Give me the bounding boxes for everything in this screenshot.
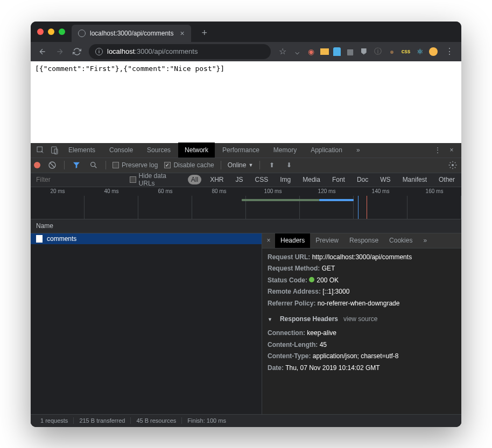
- tab-elements[interactable]: Elements: [62, 143, 102, 158]
- response-headers-section[interactable]: Response Headersview source: [268, 314, 456, 325]
- timeline-label: 20 ms: [31, 188, 85, 194]
- filter-doc[interactable]: Doc: [354, 175, 371, 184]
- more-detail-tabs[interactable]: »: [418, 233, 432, 248]
- info-extension-icon[interactable]: ⓘ: [373, 47, 383, 56]
- shield-icon[interactable]: ◉: [306, 47, 316, 56]
- extension-icon-2[interactable]: [333, 47, 341, 56]
- record-button[interactable]: [34, 162, 40, 168]
- css-extension-icon[interactable]: css: [401, 47, 411, 56]
- download-har-icon[interactable]: ⬇: [284, 160, 294, 170]
- network-timeline[interactable]: 20 ms 40 ms 60 ms 80 ms 100 ms 120 ms 14…: [31, 187, 461, 219]
- search-icon[interactable]: [88, 160, 99, 170]
- timeline-label: 140 ms: [354, 188, 407, 194]
- extension-icon-1[interactable]: [320, 48, 329, 55]
- filter-toggle-icon[interactable]: [71, 160, 82, 170]
- name-column-header[interactable]: Name: [31, 219, 461, 233]
- devtools-tabs: Elements Console Sources Network Perform…: [31, 143, 461, 158]
- browser-tab[interactable]: localhost:3000/api/comments ×: [72, 25, 191, 42]
- new-tab-button[interactable]: +: [202, 27, 208, 39]
- view-source-link[interactable]: view source: [343, 314, 377, 325]
- tab-console[interactable]: Console: [103, 143, 139, 158]
- tab-application[interactable]: Application: [304, 143, 349, 158]
- preserve-log-checkbox[interactable]: Preserve log: [113, 161, 158, 169]
- svg-point-5: [452, 164, 454, 166]
- filter-other[interactable]: Other: [435, 175, 458, 184]
- remote-address-label: Remote Address:: [268, 288, 321, 295]
- filter-input[interactable]: [34, 175, 119, 184]
- content-type-value: application/json; charset=utf-8: [313, 352, 399, 360]
- ublock-icon[interactable]: ⛊: [359, 47, 369, 56]
- settings-icon[interactable]: [447, 160, 458, 170]
- filter-media[interactable]: Media: [299, 175, 324, 184]
- network-toolbar: Preserve log Disable cache Online▼ ⬆ ⬇: [31, 158, 461, 173]
- more-tabs-button[interactable]: »: [350, 143, 367, 158]
- devtools-menu-button[interactable]: ⋮: [431, 144, 444, 157]
- detail-tab-headers[interactable]: Headers: [275, 233, 310, 248]
- detail-tab-response[interactable]: Response: [344, 233, 384, 248]
- request-detail-panel: × Headers Preview Response Cookies » Req…: [262, 233, 461, 414]
- request-url-label: Request URL:: [268, 253, 310, 261]
- window-controls: [37, 29, 65, 35]
- request-row[interactable]: comments: [31, 233, 262, 244]
- tab-network[interactable]: Network: [178, 143, 215, 158]
- svg-rect-1: [52, 147, 57, 153]
- hide-data-urls-checkbox[interactable]: Hide data URLs: [130, 172, 182, 187]
- url-path: :3000/api/comments: [135, 47, 198, 55]
- request-url-value: http://localhost:3000/api/comments: [312, 253, 412, 261]
- throttling-select[interactable]: Online▼: [228, 161, 254, 169]
- filter-manifest[interactable]: Manifest: [399, 175, 430, 184]
- request-name: comments: [47, 235, 76, 243]
- tab-title: localhost:3000/api/comments: [90, 30, 173, 37]
- referrer-policy-label: Referrer Policy:: [268, 300, 315, 307]
- close-detail-button[interactable]: ×: [262, 237, 275, 244]
- maximize-window-button[interactable]: [59, 29, 65, 35]
- filter-img[interactable]: Img: [277, 175, 294, 184]
- page-content[interactable]: [{"comment":"First"},{"comment":"Nice po…: [31, 61, 461, 143]
- timeline-label: 160 ms: [407, 188, 461, 194]
- forward-button[interactable]: [52, 44, 67, 59]
- element-picker-icon[interactable]: [34, 144, 47, 157]
- close-window-button[interactable]: [37, 29, 44, 35]
- timeline-label: 100 ms: [246, 188, 300, 194]
- filter-all[interactable]: All: [188, 175, 201, 184]
- bookmark-button[interactable]: ☆: [275, 44, 290, 59]
- status-requests: 1 requests: [35, 417, 74, 424]
- svg-point-4: [91, 162, 95, 167]
- detail-tab-cookies[interactable]: Cookies: [384, 233, 418, 248]
- filter-row: Hide data URLs All XHR JS CSS Img Media …: [31, 173, 461, 187]
- tab-sources[interactable]: Sources: [140, 143, 177, 158]
- address-bar[interactable]: i localhost:3000/api/comments: [89, 44, 271, 59]
- back-button[interactable]: [35, 44, 50, 59]
- request-method-value: GET: [322, 265, 335, 272]
- filter-font[interactable]: Font: [329, 175, 348, 184]
- detail-tabs: × Headers Preview Response Cookies »: [262, 233, 461, 248]
- react-devtools-icon[interactable]: ⚛: [415, 47, 425, 56]
- filter-xhr[interactable]: XHR: [207, 175, 227, 184]
- device-toolbar-icon[interactable]: [48, 144, 61, 157]
- minimize-window-button[interactable]: [48, 29, 54, 35]
- close-tab-button[interactable]: ×: [180, 29, 184, 38]
- clear-button[interactable]: [47, 160, 58, 170]
- reload-button[interactable]: [69, 44, 85, 59]
- timeline-label: 60 ms: [138, 188, 192, 194]
- disable-cache-checkbox[interactable]: Disable cache: [164, 161, 214, 169]
- cookie-icon[interactable]: ●: [387, 47, 397, 56]
- date-label: Date:: [268, 364, 284, 372]
- detail-tab-preview[interactable]: Preview: [310, 233, 344, 248]
- tab-memory[interactable]: Memory: [267, 143, 303, 158]
- devtools-status-bar: 1 requests 215 B transferred 45 B resour…: [31, 414, 461, 427]
- extension-icon-3[interactable]: ▦: [345, 47, 355, 56]
- timeline-label: 40 ms: [85, 188, 138, 194]
- tab-performance[interactable]: Performance: [216, 143, 266, 158]
- pocket-icon[interactable]: ⌵: [292, 47, 302, 56]
- devtools-close-button[interactable]: ×: [445, 144, 458, 157]
- filter-ws[interactable]: WS: [377, 175, 393, 184]
- menu-button[interactable]: ⋮: [442, 44, 457, 59]
- filter-css[interactable]: CSS: [252, 175, 272, 184]
- content-length-label: Content-Length:: [268, 341, 318, 349]
- site-info-icon[interactable]: i: [95, 48, 103, 55]
- status-transferred: 215 B transferred: [74, 417, 131, 424]
- extension-icon-avatar[interactable]: [429, 47, 438, 56]
- filter-js[interactable]: JS: [233, 175, 247, 184]
- upload-har-icon[interactable]: ⬆: [266, 160, 277, 170]
